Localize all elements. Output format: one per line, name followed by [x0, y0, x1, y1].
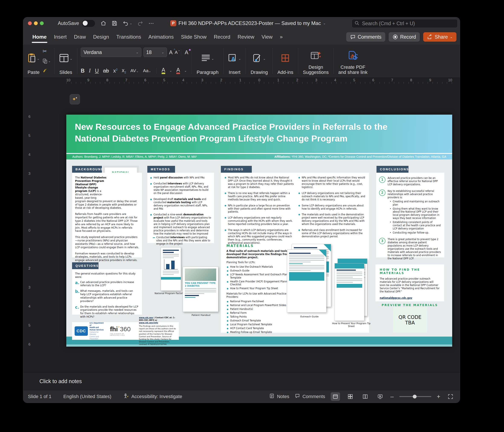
tab-view[interactable]: View [258, 29, 276, 45]
format-painter-icon[interactable] [43, 68, 51, 74]
tab-overflow-chevrons[interactable]: » [276, 29, 286, 45]
undo-icon[interactable] [123, 20, 129, 26]
fullscreen-button[interactable] [446, 392, 455, 401]
copy-icon[interactable]: ⌄ [43, 58, 51, 64]
redo-icon[interactable] [137, 20, 143, 26]
normal-view-button[interactable] [331, 392, 340, 401]
highlight-chevron-icon[interactable]: ⌄ [170, 69, 172, 73]
insert-text-button[interactable]: A⌄ Insert [226, 46, 243, 76]
tab-insert[interactable]: Insert [50, 29, 70, 45]
zoom-in-button[interactable]: + [437, 393, 440, 400]
cdc-line: Control and Prevention [90, 336, 104, 340]
more-commands-icon[interactable]: ⋯ [148, 20, 154, 27]
how-to-find-link[interactable]: nationaldppcsc.cdc.gov [380, 296, 412, 300]
cdc-info-link[interactable]: www.cdc.gov/info [139, 322, 158, 324]
search-field[interactable] [351, 19, 458, 28]
poster-authors-bar[interactable]: Authors: Bromberg, J. MPH¹; Ledsky, R. M… [66, 153, 452, 160]
create-pdf-button[interactable]: Create PDF and share link [336, 46, 370, 76]
poster-title-block[interactable]: New Resources to Engage Advanced Practic… [66, 115, 452, 153]
outreach-guide-thumbnails[interactable] [287, 244, 332, 313]
accessibility-status[interactable]: Accessibility: Investigate [123, 393, 182, 400]
qr-code-placeholder[interactable]: QR CODE TBA [393, 307, 427, 333]
underline-icon[interactable]: U [95, 68, 99, 74]
zoom-window-button[interactable] [40, 21, 44, 25]
tab-animations[interactable]: Animations [145, 29, 177, 45]
close-window-button[interactable] [28, 21, 32, 25]
undo-menu-chevron-icon[interactable]: ⌄ [130, 21, 132, 25]
conclusions-card[interactable]: 1 Advanced practice providers can be an … [376, 173, 444, 257]
notes-pane[interactable]: Click to add notes [23, 372, 460, 390]
font-size-select[interactable]: 18⌄ [144, 47, 167, 57]
font-color-chevron-icon[interactable]: ⌄ [184, 69, 187, 73]
sparkle-small-icon: ✦ [75, 96, 78, 99]
accessibility-icon [123, 393, 129, 400]
clear-formatting-icon[interactable]: A◆ [185, 49, 188, 56]
tab-review[interactable]: Review [234, 29, 258, 45]
tab-draw[interactable]: Draw [70, 29, 90, 45]
handout-headline: YOU CAN PREVENT TYPE 2 DIABETES [185, 282, 216, 287]
text-highlight-icon[interactable]: A [162, 67, 165, 74]
findings-column-1: Most NPs and PAs do not know about the N… [224, 176, 294, 247]
slide[interactable]: New Resources to Engage Advanced Practic… [66, 115, 452, 347]
slide-sorter-view-button[interactable] [346, 392, 355, 401]
tab-slide-show[interactable]: Slide Show [177, 29, 210, 45]
methods-card[interactable]: Held panel discussion with NPs and PAs C… [147, 173, 214, 243]
paragraph-button[interactable]: ⌄ Paragraph [194, 46, 221, 76]
ruler-number: 3 [28, 285, 30, 290]
language-button[interactable]: English (United States) [63, 394, 111, 399]
poster-footer-card[interactable]: CDC U.S. Department of Health and Human … [72, 322, 179, 340]
record-button[interactable]: Record [389, 32, 420, 42]
designer-sparkle-button[interactable]: ✦✦ [70, 94, 80, 104]
notes-placeholder[interactable]: Click to add notes [39, 378, 82, 385]
tab-home[interactable]: Home [29, 29, 50, 45]
tip-sheet-thumbnails[interactable] [334, 258, 369, 321]
italic-icon[interactable]: I [89, 68, 91, 74]
slideshow-play-button[interactable] [375, 392, 385, 401]
strikethrough-icon[interactable]: ab [103, 68, 109, 74]
document-title-dropdown[interactable]: P FHI 360 NDPP-APPs ADCES2023-Poster — S… [170, 17, 326, 29]
font-color-icon[interactable]: A [176, 67, 180, 74]
materials-header: MATERIALS [226, 244, 295, 248]
font-name-select[interactable]: Verdana⌄ [81, 47, 141, 57]
background-card[interactable]: The National Diabetes Prevention Program… [72, 173, 142, 257]
patient-handout-thumbnail[interactable]: YOU CAN PREVENT TYPE 2 DIABETES [183, 267, 218, 312]
search-input[interactable] [362, 20, 455, 27]
bold-icon[interactable]: B [81, 68, 85, 74]
zoom-slider-knob[interactable] [413, 395, 417, 398]
findings-materials-card[interactable]: Most NPs and PAs do not know about the N… [221, 173, 369, 333]
drawing-button[interactable]: ⌄ Drawing [248, 46, 270, 76]
comments-toggle-button[interactable]: Comments [295, 393, 325, 400]
superscript-icon[interactable]: x2 [113, 68, 117, 74]
change-case-icon[interactable]: Aa⌄ [143, 68, 151, 73]
zoom-slider[interactable] [399, 396, 431, 397]
addins-button[interactable]: Add-ins [275, 46, 296, 76]
paste-button[interactable]: ⌄ Paste [25, 46, 42, 76]
how-to-find-card[interactable]: HOW TO FIND THE MATERIALS The advanced p… [375, 264, 444, 301]
slides-button[interactable]: ⌄ Slides [57, 46, 75, 76]
questions-card[interactable]: The general evaluation questions for thi… [72, 269, 142, 315]
zoom-out-button[interactable]: – [390, 393, 394, 400]
tab-record[interactable]: Record [210, 29, 234, 45]
subscript-icon[interactable]: x2 [122, 67, 126, 74]
notes-toggle-button[interactable]: Notes [269, 393, 289, 400]
increase-font-size-icon[interactable]: A^ [169, 49, 173, 56]
share-button[interactable]: Share ⌄ [423, 32, 457, 42]
tab-transitions[interactable]: Transitions [113, 29, 144, 45]
character-spacing-icon[interactable]: AV⌄ [130, 68, 139, 73]
factsheet-thumbnail[interactable] [161, 247, 181, 291]
ribbon-tab-row: Home Insert Draw Design Transitions Anim… [23, 29, 460, 45]
home-icon[interactable] [100, 20, 106, 26]
ruler-number: 1 [277, 78, 279, 82]
save-icon[interactable] [111, 20, 117, 26]
minimize-window-button[interactable] [34, 21, 38, 25]
methods-bullet: Conducted a nine-week demonstration proj… [150, 213, 211, 235]
comments-button[interactable]: Comments [346, 32, 385, 42]
design-suggestions-button[interactable]: Design Suggestions [301, 46, 331, 76]
cdc-gov-link[interactable]: www.cdc.gov [139, 317, 153, 319]
decrease-font-size-icon[interactable]: A⌄ [175, 50, 178, 55]
autosave-toggle[interactable] [82, 20, 95, 27]
tab-design[interactable]: Design [90, 29, 113, 45]
cut-icon[interactable]: ✂ [43, 48, 51, 55]
ruler-number: 6 [144, 78, 146, 82]
reading-view-button[interactable] [360, 392, 370, 401]
